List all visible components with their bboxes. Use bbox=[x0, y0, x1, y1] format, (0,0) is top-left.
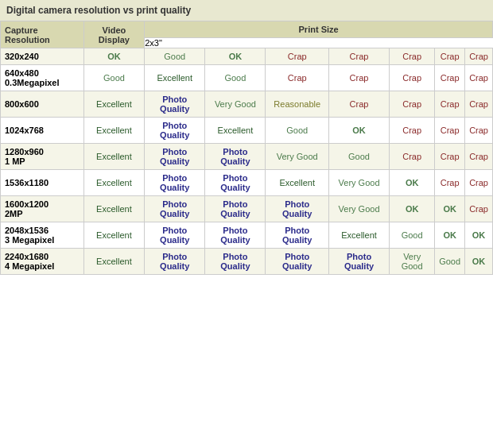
print-cell: Good bbox=[205, 65, 266, 91]
print-cell: OK bbox=[205, 48, 266, 65]
print-cell: Photo Quality bbox=[145, 170, 205, 196]
print-cell: Very Good bbox=[328, 196, 389, 222]
print-cell: Photo Quality bbox=[266, 196, 328, 222]
print-cell: OK bbox=[465, 249, 493, 275]
print-cell: OK bbox=[390, 196, 435, 222]
resolution-cell: 800x600 bbox=[1, 91, 84, 118]
print-cell: Crap bbox=[465, 118, 493, 144]
print-cell: Excellent bbox=[328, 222, 389, 249]
table-row: 1280x960 1 MPExcellentPhoto QualityPhoto… bbox=[1, 144, 493, 170]
video-cell: Excellent bbox=[83, 222, 144, 249]
print-cell: Crap bbox=[465, 48, 493, 65]
print-cell: OK bbox=[328, 118, 389, 144]
print-cell: Photo Quality bbox=[205, 144, 266, 170]
print-cell: Crap bbox=[390, 91, 435, 118]
resolution-cell: 1024x768 bbox=[1, 118, 84, 144]
print-cell: Crap bbox=[435, 65, 465, 91]
print-cell: Crap bbox=[465, 91, 493, 118]
video-cell: Excellent bbox=[83, 144, 144, 170]
print-cell: Crap bbox=[266, 48, 328, 65]
print-cell: Photo Quality bbox=[145, 144, 205, 170]
print-cell: Crap bbox=[465, 170, 493, 196]
table-row: 2048x1536 3 MegapixelExcellentPhoto Qual… bbox=[1, 222, 493, 249]
video-cell: Excellent bbox=[83, 118, 144, 144]
print-cell: Reasonable bbox=[266, 91, 328, 118]
main-table: Capture Resolution Video Display Print S… bbox=[0, 21, 493, 275]
print-cell: Very Good bbox=[266, 144, 328, 170]
resolution-cell: 2240x1680 4 Megapixel bbox=[1, 249, 84, 275]
print-cell: Photo Quality bbox=[145, 91, 205, 118]
print-cell: Good bbox=[435, 249, 465, 275]
resolution-cell: 2048x1536 3 Megapixel bbox=[1, 222, 84, 249]
video-display-header: Video Display bbox=[83, 21, 144, 48]
table-title: Digital camera resolution vs print quali… bbox=[0, 0, 493, 21]
print-cell: Photo Quality bbox=[145, 222, 205, 249]
print-cell: Excellent bbox=[205, 118, 266, 144]
print-cell: Crap bbox=[328, 91, 389, 118]
print-cell: Crap bbox=[328, 48, 389, 65]
video-cell: Excellent bbox=[83, 91, 144, 118]
print-cell: Very Good bbox=[390, 249, 435, 275]
print-cell: Photo Quality bbox=[328, 249, 389, 275]
video-cell: Excellent bbox=[83, 249, 144, 275]
table-row: 1536x1180ExcellentPhoto QualityPhoto Qua… bbox=[1, 170, 493, 196]
print-cell: Crap bbox=[435, 91, 465, 118]
print-cell: Crap bbox=[390, 48, 435, 65]
print-cell: Crap bbox=[465, 144, 493, 170]
print-cell: OK bbox=[465, 222, 493, 249]
table-row: 1600x1200 2MPExcellentPhoto QualityPhoto… bbox=[1, 196, 493, 222]
header-row-top: Capture Resolution Video Display Print S… bbox=[1, 21, 493, 38]
print-cell: Excellent bbox=[145, 65, 205, 91]
print-cell: Crap bbox=[435, 170, 465, 196]
capture-resolution-header: Capture Resolution bbox=[1, 21, 84, 48]
table-row: 320x240OKGoodOKCrapCrapCrapCrapCrap bbox=[1, 48, 493, 65]
video-cell: Excellent bbox=[83, 196, 144, 222]
print-cell: Photo Quality bbox=[145, 196, 205, 222]
print-cell: Good bbox=[145, 48, 205, 65]
print-cell: Crap bbox=[465, 65, 493, 91]
print-cell: OK bbox=[435, 222, 465, 249]
resolution-cell: 1280x960 1 MP bbox=[1, 144, 84, 170]
print-cell: Crap bbox=[465, 196, 493, 222]
print-cell: Crap bbox=[435, 118, 465, 144]
print-cell: Crap bbox=[266, 65, 328, 91]
print-cell: Photo Quality bbox=[205, 170, 266, 196]
print-cell: Good bbox=[390, 222, 435, 249]
table-row: 640x480 0.3MegapixelGoodExcellentGoodCra… bbox=[1, 65, 493, 91]
video-cell: OK bbox=[83, 48, 144, 65]
resolution-cell: 1600x1200 2MP bbox=[1, 196, 84, 222]
print-cell: Very Good bbox=[205, 91, 266, 118]
print-cell: Good bbox=[266, 118, 328, 144]
print-cell: Crap bbox=[435, 144, 465, 170]
print-size-header: Print Size bbox=[145, 21, 493, 38]
print-cell: Crap bbox=[390, 144, 435, 170]
print-cell: OK bbox=[390, 170, 435, 196]
video-cell: Good bbox=[83, 65, 144, 91]
resolution-cell: 320x240 bbox=[1, 48, 84, 65]
table-row: 1024x768ExcellentPhoto QualityExcellentG… bbox=[1, 118, 493, 144]
print-cell: Crap bbox=[328, 65, 389, 91]
print-cell: Excellent bbox=[266, 170, 328, 196]
table-row: 2240x1680 4 MegapixelExcellentPhoto Qual… bbox=[1, 249, 493, 275]
print-cell: Photo Quality bbox=[205, 196, 266, 222]
resolution-cell: 1536x1180 bbox=[1, 170, 84, 196]
print-cell: OK bbox=[435, 196, 465, 222]
print-cell: Photo Quality bbox=[145, 118, 205, 144]
video-cell: Excellent bbox=[83, 170, 144, 196]
print-cell: Crap bbox=[390, 118, 435, 144]
table-row: 800x600ExcellentPhoto QualityVery GoodRe… bbox=[1, 91, 493, 118]
print-cell: Crap bbox=[390, 65, 435, 91]
print-cell: Photo Quality bbox=[145, 249, 205, 275]
print-cell: Photo Quality bbox=[205, 222, 266, 249]
print-cell: Crap bbox=[435, 48, 465, 65]
print-cell: Photo Quality bbox=[266, 249, 328, 275]
print-cell: Photo Quality bbox=[266, 222, 328, 249]
print-cell: Good bbox=[328, 144, 389, 170]
print-cell: Photo Quality bbox=[205, 249, 266, 275]
resolution-cell: 640x480 0.3Megapixel bbox=[1, 65, 84, 91]
print-cell: Very Good bbox=[328, 170, 389, 196]
